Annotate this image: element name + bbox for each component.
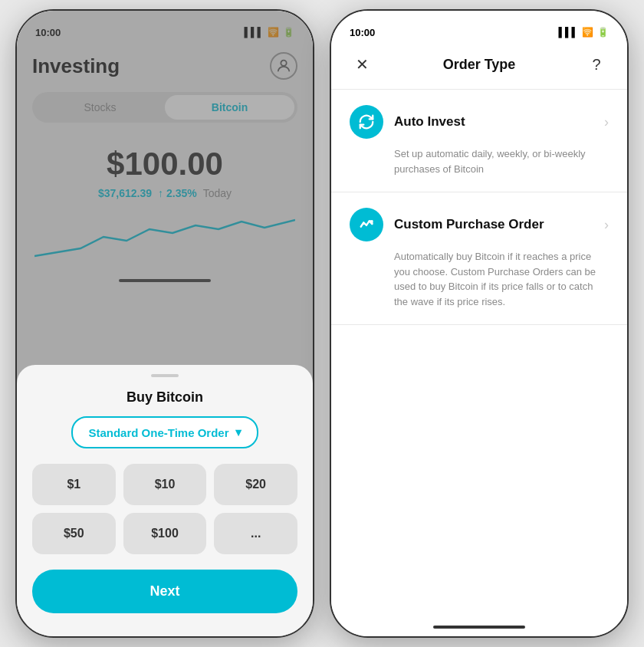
custom-purchase-top: Custom Purchase Order › [350, 208, 609, 241]
right-phone: 10:00 ▌▌▌ 🛜 🔋 ✕ Order Type ? [330, 9, 629, 638]
auto-invest-left: Auto Invest [350, 105, 465, 139]
custom-purchase-left: Custom Purchase Order [350, 208, 544, 241]
status-icons-right: ▌▌▌ 🛜 🔋 [558, 27, 609, 38]
home-screen: 10:00 ▌▌▌ 🛜 🔋 Investing Stocks Bitcoin [17, 11, 313, 636]
signal-icon-right: ▌▌▌ [558, 27, 578, 38]
sheet-handle [151, 374, 179, 377]
auto-invest-item[interactable]: Auto Invest › Set up automatic daily, we… [331, 90, 627, 192]
battery-icon-right: 🔋 [597, 27, 609, 38]
custom-purchase-desc: Automatically buy Bitcoin if it reaches … [350, 249, 609, 309]
amount-50[interactable]: $50 [32, 513, 116, 554]
close-button[interactable]: ✕ [350, 52, 374, 77]
order-type-button[interactable]: Standard One-Time Order ▾ [71, 416, 258, 448]
home-indicator-right [433, 626, 525, 629]
custom-purchase-item[interactable]: Custom Purchase Order › Automatically bu… [331, 192, 627, 325]
wifi-icon-right: 🛜 [582, 27, 593, 38]
next-button[interactable]: Next [32, 570, 297, 613]
amount-grid: $1 $10 $20 $50 $100 ... [32, 464, 297, 554]
order-header-title: Order Type [443, 57, 516, 73]
time-right: 10:00 [350, 27, 375, 38]
help-button[interactable]: ? [584, 52, 609, 77]
left-phone: 10:00 ▌▌▌ 🛜 🔋 Investing Stocks Bitcoin [15, 9, 314, 638]
custom-purchase-icon [350, 208, 383, 241]
sheet-title: Buy Bitcoin [32, 389, 297, 406]
amount-20[interactable]: $20 [214, 464, 297, 505]
bottom-sheet: Buy Bitcoin Standard One-Time Order ▾ $1… [17, 365, 313, 636]
custom-purchase-name: Custom Purchase Order [394, 217, 544, 232]
amount-1[interactable]: $1 [32, 464, 116, 505]
amount-100[interactable]: $100 [123, 513, 207, 554]
custom-purchase-chevron: › [604, 217, 609, 233]
auto-invest-top: Auto Invest › [350, 105, 609, 139]
amount-more[interactable]: ... [214, 513, 297, 554]
order-type-chevron: ▾ [235, 425, 242, 439]
auto-invest-desc: Set up automatic daily, weekly, or bi-we… [350, 146, 609, 176]
order-header: ✕ Order Type ? [331, 44, 627, 90]
order-screen: 10:00 ▌▌▌ 🛜 🔋 ✕ Order Type ? [331, 11, 627, 636]
amount-10[interactable]: $10 [123, 464, 207, 505]
auto-invest-chevron: › [604, 114, 609, 130]
auto-invest-name: Auto Invest [394, 114, 465, 130]
order-type-label: Standard One-Time Order [88, 426, 228, 439]
auto-invest-icon [350, 105, 383, 139]
status-bar-right: 10:00 ▌▌▌ 🛜 🔋 [331, 11, 627, 44]
